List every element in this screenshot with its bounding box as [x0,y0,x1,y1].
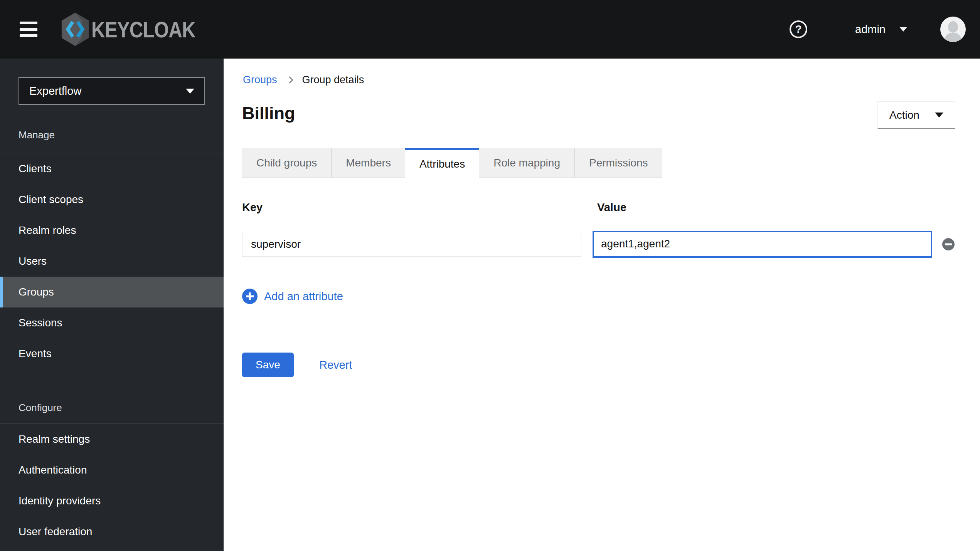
add-attribute-label: Add an attribute [264,290,343,303]
tabs: Child groups Members Attributes Role map… [242,148,662,178]
breadcrumb-current: Group details [302,74,364,86]
sidebar-item-sessions[interactable]: Sessions [0,307,224,338]
breadcrumb: Groups Group details [243,74,364,86]
page-title: Billing [242,103,295,123]
sidebar-item-users[interactable]: Users [0,246,224,277]
tab-attributes[interactable]: Attributes [405,148,479,178]
sidebar-item-user-federation[interactable]: User federation [0,516,224,547]
key-column-header: Key [242,201,593,214]
avatar[interactable] [940,17,966,42]
attributes-form: Key Value Add an attribute Save Revert [242,201,955,377]
breadcrumb-chevron-icon [286,76,293,83]
sidebar-item-clients[interactable]: Clients [0,153,224,184]
keycloak-logo: KEYCLOAK [60,12,214,47]
tab-child-groups[interactable]: Child groups [242,148,332,178]
action-dropdown-button[interactable]: Action [877,101,955,129]
save-button[interactable]: Save [242,353,294,377]
main-content: Groups Group details Billing Action Chil… [224,59,980,551]
nav-section-manage: Manage [0,117,224,153]
revert-link[interactable]: Revert [319,359,352,371]
chevron-down-icon [899,27,907,32]
brand-wordmark: KEYCLOAK [91,17,195,42]
sidebar-item-events[interactable]: Events [0,338,224,369]
tab-members[interactable]: Members [332,148,405,178]
user-name: admin [855,23,886,36]
attribute-row [242,231,955,258]
realm-selector[interactable]: Expertflow [19,77,205,105]
sidebar-item-authentication[interactable]: Authentication [0,455,224,485]
attribute-value-input[interactable] [593,231,932,258]
action-dropdown-label: Action [889,109,919,121]
masthead: KEYCLOAK ? admin [0,0,980,59]
chevron-down-icon [935,113,943,118]
keycloak-logo-icon [60,12,91,47]
hamburger-menu-icon[interactable] [20,22,37,37]
avatar-person-icon [948,21,958,33]
sidebar-item-groups[interactable]: Groups [0,277,224,307]
sidebar-item-client-scopes[interactable]: Client scopes [0,184,224,215]
attribute-key-input[interactable] [242,232,581,257]
sidebar-item-identity-providers[interactable]: Identity providers [0,485,224,516]
add-attribute-link[interactable]: Add an attribute [242,289,343,304]
plus-circle-icon [242,289,258,304]
sidebar-item-realm-roles[interactable]: Realm roles [0,215,224,246]
keycloak-admin-console: KEYCLOAK ? admin Expertflow Manage Clien… [0,0,980,551]
attribute-table-headers: Key Value [242,201,955,214]
breadcrumb-groups-link[interactable]: Groups [243,74,277,86]
remove-attribute-button[interactable] [942,238,955,250]
tab-permissions[interactable]: Permissions [575,148,662,178]
user-menu-button[interactable]: admin [855,23,907,36]
tab-role-mapping[interactable]: Role mapping [479,148,575,178]
nav-section-configure: Configure [0,400,224,415]
chevron-down-icon [186,89,194,94]
sidebar: Expertflow Manage Clients Client scopes … [0,59,224,551]
form-actions: Save Revert [242,353,955,377]
sidebar-item-realm-settings[interactable]: Realm settings [0,424,224,455]
realm-name: Expertflow [29,85,81,97]
value-column-header: Value [593,201,626,214]
help-icon[interactable]: ? [790,20,807,38]
